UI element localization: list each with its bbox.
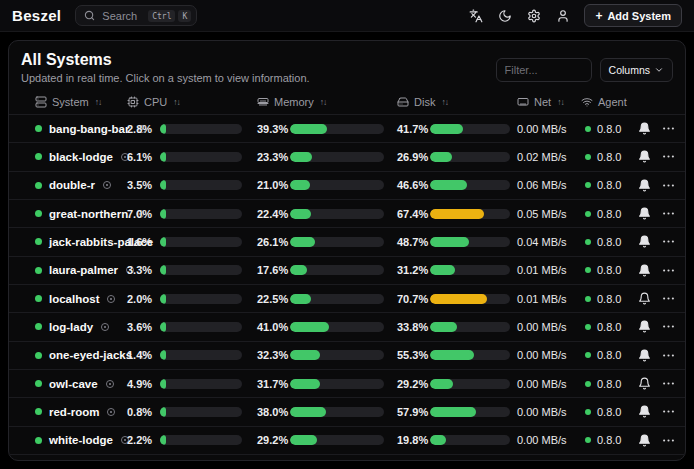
alerts-button[interactable] — [631, 405, 657, 418]
agent-status-dot — [585, 296, 591, 302]
memory-cell: 41.0% — [257, 321, 397, 333]
disk-percent: 55.3% — [397, 349, 430, 361]
cpu-cell: 3.6% — [127, 321, 257, 333]
column-label: Agent — [598, 96, 627, 108]
row-menu-button[interactable] — [657, 178, 679, 193]
system-row[interactable]: log-lady 3.6% 41.0% 33.8% 0.00 MB/s 0.8.… — [9, 313, 685, 341]
column-header-memory[interactable]: Memory ↑↓ — [257, 96, 397, 108]
system-row[interactable]: owl-cave 4.9% 31.7% 29.2% 0.00 MB/s 0.8.… — [9, 370, 685, 398]
row-menu-button[interactable] — [657, 206, 679, 221]
add-system-button[interactable]: + Add System — [584, 4, 682, 27]
page-subtitle: Updated in real time. Click on a system … — [21, 72, 310, 84]
alerts-button[interactable] — [631, 349, 657, 362]
agent-cell: 0.8.0 — [581, 434, 631, 446]
system-row[interactable]: white-lodge 2.2% 29.2% 19.8% 0.00 MB/s 0… — [9, 427, 685, 455]
system-row[interactable]: laura-palmer 3.3% 17.6% 31.2% 0.01 MB/s … — [9, 257, 685, 285]
system-name-cell: jack-rabbits-palace — [35, 236, 127, 248]
net-value: 0.00 MB/s — [517, 406, 581, 418]
alerts-button[interactable] — [631, 207, 657, 220]
row-menu-button[interactable] — [657, 121, 679, 136]
memory-bar-track — [290, 152, 384, 162]
memory-bar-track — [290, 265, 384, 275]
filter-input[interactable] — [496, 58, 592, 82]
system-row[interactable]: jack-rabbits-palace 1.6% 26.1% 48.7% 0.0… — [9, 228, 685, 256]
view-icon[interactable] — [106, 294, 116, 304]
alerts-button[interactable] — [631, 320, 657, 333]
system-name: log-lady — [49, 321, 93, 333]
agent-status-dot — [585, 182, 591, 188]
row-menu-cell — [657, 319, 679, 334]
alerts-button[interactable] — [631, 264, 657, 277]
alerts-button[interactable] — [631, 179, 657, 192]
cpu-bar-fill — [160, 265, 166, 275]
settings-button[interactable] — [522, 4, 545, 27]
sort-icon: ↑↓ — [557, 97, 564, 107]
row-menu-button[interactable] — [657, 376, 679, 391]
system-name: owl-cave — [49, 378, 98, 390]
page-title: All Systems — [21, 51, 310, 69]
ellipsis-icon — [661, 376, 676, 391]
cpu-cell: 6.1% — [127, 151, 257, 163]
system-row[interactable]: localhost 2.0% 22.5% 70.7% 0.01 MB/s 0.8… — [9, 285, 685, 313]
row-menu-button[interactable] — [657, 291, 679, 306]
system-row[interactable]: double-r 3.5% 21.0% 46.6% 0.06 MB/s 0.8.… — [9, 172, 685, 200]
alerts-button[interactable] — [631, 235, 657, 248]
alerts-button[interactable] — [631, 150, 657, 163]
column-header-net[interactable]: Net ↑↓ — [517, 96, 581, 108]
system-row[interactable]: black-lodge 6.1% 23.3% 26.9% 0.02 MB/s 0… — [9, 143, 685, 171]
cpu-bar-fill — [160, 435, 166, 445]
view-icon[interactable] — [105, 379, 115, 389]
bell-filled-icon — [638, 349, 651, 362]
row-menu-button[interactable] — [657, 149, 679, 164]
disk-cell: 33.8% — [397, 321, 517, 333]
disk-bar-fill — [430, 209, 484, 219]
alerts-button[interactable] — [631, 434, 657, 447]
alerts-cell — [631, 122, 657, 135]
view-icon[interactable] — [100, 322, 110, 332]
column-header-disk[interactable]: Disk ↑↓ — [397, 96, 517, 108]
agent-status-dot — [585, 437, 591, 443]
system-row[interactable]: bang-bang-bar 2.8% 39.3% 41.7% 0.00 MB/s… — [9, 115, 685, 143]
column-header-cpu[interactable]: CPU ↑↓ — [127, 96, 257, 108]
alerts-button[interactable] — [631, 377, 657, 390]
column-header-agent[interactable]: Agent — [581, 96, 631, 108]
user-menu-button[interactable] — [551, 4, 574, 27]
view-icon[interactable] — [102, 180, 112, 190]
memory-percent: 22.5% — [257, 293, 290, 305]
alerts-button[interactable] — [631, 292, 657, 305]
row-menu-button[interactable] — [657, 404, 679, 419]
agent-cell: 0.8.0 — [581, 179, 631, 191]
ellipsis-icon — [661, 234, 676, 249]
view-icon[interactable] — [106, 407, 116, 417]
app-logo[interactable]: Beszel — [12, 7, 61, 24]
columns-button[interactable]: Columns — [600, 58, 673, 82]
system-row[interactable]: red-room 0.8% 38.0% 57.9% 0.00 MB/s 0.8.… — [9, 398, 685, 426]
disk-bar-fill — [430, 435, 446, 445]
cpu-cell: 7.0% — [127, 208, 257, 220]
row-menu-button[interactable] — [657, 348, 679, 363]
alerts-button[interactable] — [631, 122, 657, 135]
row-menu-button[interactable] — [657, 433, 679, 448]
row-menu-button[interactable] — [657, 263, 679, 278]
system-row[interactable]: one-eyed-jacks 1.4% 32.3% 55.3% 0.00 MB/… — [9, 342, 685, 370]
cpu-cell: 3.3% — [127, 264, 257, 276]
row-menu-button[interactable] — [657, 319, 679, 334]
system-name: one-eyed-jacks — [49, 349, 132, 361]
agent-cell: 0.8.0 — [581, 236, 631, 248]
disk-bar-track — [430, 294, 510, 304]
disk-percent: 31.2% — [397, 264, 430, 276]
column-header-system[interactable]: System ↑↓ — [35, 96, 127, 108]
theme-toggle-button[interactable] — [493, 4, 516, 27]
cpu-bar-track — [160, 180, 242, 190]
search-button[interactable]: Search Ctrl K — [75, 5, 197, 26]
system-row[interactable]: great-northern 7.0% 22.4% 67.4% 0.05 MB/… — [9, 200, 685, 228]
net-value: 0.00 MB/s — [517, 434, 581, 446]
row-menu-button[interactable] — [657, 234, 679, 249]
alerts-cell — [631, 377, 657, 390]
columns-label: Columns — [609, 64, 650, 76]
status-dot — [35, 182, 42, 189]
net-value: 0.00 MB/s — [517, 378, 581, 390]
net-value: 0.02 MB/s — [517, 151, 581, 163]
language-button[interactable] — [464, 4, 487, 27]
memory-bar-track — [290, 209, 384, 219]
